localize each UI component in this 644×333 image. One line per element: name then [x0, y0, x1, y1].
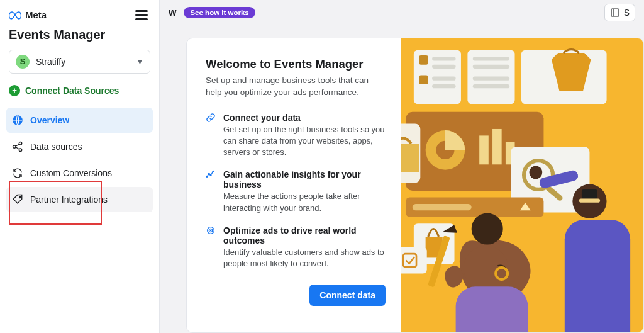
svg-point-54: [529, 166, 542, 179]
feature-desc: Measure the actions people take after in…: [223, 191, 386, 213]
welcome-title: Welcome to Events Manager: [206, 57, 386, 71]
sidebar-title: Events Manager: [9, 28, 150, 42]
sidebar-item-overview[interactable]: Overview: [6, 108, 153, 133]
see-how-it-works-pill[interactable]: See how it works: [184, 7, 255, 18]
svg-point-13: [210, 230, 211, 230]
svg-point-2: [19, 142, 22, 145]
svg-rect-46: [456, 286, 528, 332]
page-heading-fragment: w: [169, 7, 176, 18]
svg-rect-19: [419, 75, 428, 84]
tag-icon: [11, 193, 24, 206]
trend-icon: [206, 169, 217, 213]
refresh-icon: [11, 167, 24, 179]
target-icon: [206, 225, 217, 269]
svg-rect-17: [432, 57, 456, 60]
svg-point-10: [213, 171, 214, 172]
svg-point-9: [210, 175, 211, 176]
svg-point-43: [472, 213, 503, 244]
chevron-down-icon: ▼: [136, 58, 143, 65]
svg-rect-5: [611, 9, 619, 16]
feature-desc: Get set up on the right business tools s…: [223, 124, 386, 159]
meta-brand-text: Meta: [25, 9, 47, 20]
sidebar-item-partner-integrations[interactable]: Partner Integrations: [6, 187, 153, 212]
svg-rect-26: [473, 84, 509, 88]
feature-title: Gain actionable insights for your busine…: [223, 169, 386, 189]
svg-point-4: [19, 196, 21, 198]
sidebar-item-label: Partner Integrations: [30, 195, 108, 205]
connect-data-sources-label: Connect Data Sources: [25, 86, 119, 96]
feature-title: Optimize ads to drive real world outcome…: [223, 225, 386, 246]
settings-button-label: S: [624, 8, 630, 18]
plus-circle-icon: +: [9, 85, 20, 96]
settings-button[interactable]: S: [604, 4, 635, 21]
feature-connect-data: Connect your data Get set up on the righ…: [206, 113, 386, 159]
svg-rect-51: [582, 189, 597, 199]
svg-rect-49: [565, 220, 630, 332]
feature-insights: Gain actionable insights for your busine…: [206, 169, 386, 213]
svg-rect-24: [473, 65, 509, 69]
connect-data-button[interactable]: Connect data: [309, 285, 386, 306]
svg-rect-18: [432, 65, 456, 69]
account-selector[interactable]: S Stratiffy ▼: [9, 50, 150, 74]
svg-rect-25: [473, 77, 509, 81]
svg-rect-20: [432, 77, 456, 81]
meta-infinity-icon: [9, 9, 21, 21]
svg-point-3: [19, 149, 22, 152]
sidebar-item-label: Custom Conversions: [30, 168, 112, 178]
meta-logo[interactable]: Meta: [9, 9, 47, 21]
connect-data-sources-button[interactable]: + Connect Data Sources: [9, 85, 150, 96]
svg-rect-21: [432, 84, 456, 88]
svg-rect-16: [419, 55, 428, 65]
share-icon: [11, 140, 24, 153]
svg-rect-32: [492, 129, 502, 164]
svg-point-8: [208, 174, 209, 175]
svg-rect-39: [413, 204, 472, 210]
layout-icon: [610, 8, 620, 18]
sidebar-item-label: Overview: [30, 115, 69, 125]
svg-rect-31: [479, 135, 489, 164]
welcome-card: Welcome to Events Manager Set up and man…: [186, 38, 644, 333]
sidebar-item-custom-conversions[interactable]: Custom Conversions: [6, 161, 153, 186]
feature-optimize: Optimize ads to drive real world outcome…: [206, 225, 386, 269]
sidebar-item-data-sources[interactable]: Data sources: [6, 134, 153, 159]
svg-point-1: [13, 145, 16, 148]
hamburger-menu-icon[interactable]: [133, 8, 150, 23]
account-avatar: S: [16, 55, 30, 69]
svg-rect-23: [473, 57, 509, 60]
link-icon: [206, 113, 217, 159]
welcome-illustration: [401, 38, 643, 332]
feature-title: Connect your data: [223, 113, 386, 123]
svg-rect-52: [579, 199, 600, 203]
welcome-subtitle: Set up and manage business tools that ca…: [206, 75, 386, 99]
feature-desc: Identify valuable customers and show ads…: [223, 247, 386, 269]
sidebar-item-label: Data sources: [30, 142, 82, 152]
account-name: Stratiffy: [36, 57, 130, 67]
sidebar: Meta Events Manager S Stratiffy ▼ + Conn…: [0, 0, 160, 333]
svg-rect-41: [401, 247, 427, 274]
main-content: w See how it works S Welcome to Events M…: [160, 0, 644, 333]
globe-icon: [11, 114, 24, 127]
svg-point-7: [206, 176, 208, 178]
